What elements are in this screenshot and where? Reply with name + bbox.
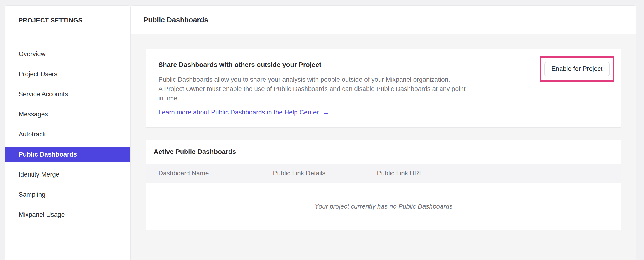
active-card-heading: Active Public Dashboards: [154, 148, 236, 156]
highlight-box: Enable for Project: [540, 56, 614, 82]
main-body: Share Dashboards with others outside you…: [131, 34, 636, 230]
sidebar-item-mixpanel-usage[interactable]: Mixpanel Usage: [5, 207, 130, 222]
page-header: Public Dashboards: [131, 6, 636, 34]
sidebar-nav: Overview Project Users Service Accounts …: [5, 46, 130, 227]
help-center-link[interactable]: Learn more about Public Dashboards in th…: [158, 109, 319, 116]
table-header-row: Dashboard Name Public Link Details Publi…: [146, 164, 621, 183]
sidebar-title: PROJECT SETTINGS: [18, 17, 82, 24]
sidebar-item-autotrack[interactable]: Autotrack: [5, 127, 130, 142]
column-header-public-link-details: Public Link Details: [273, 170, 377, 177]
help-link-row: Learn more about Public Dashboards in th…: [158, 109, 621, 116]
sidebar-item-identity-merge[interactable]: Identity Merge: [5, 167, 130, 182]
page-title: Public Dashboards: [143, 16, 208, 24]
share-card-description-line: A Project Owner must enable the use of P…: [158, 84, 621, 94]
project-settings-sidebar: PROJECT SETTINGS Overview Project Users …: [5, 6, 131, 260]
table-empty-body: Your project currently has no Public Das…: [146, 183, 621, 230]
sidebar-item-messages[interactable]: Messages: [5, 107, 130, 122]
share-card-description-line: in time.: [158, 94, 621, 103]
active-card-heading-row: Active Public Dashboards: [146, 140, 621, 164]
sidebar-item-project-users[interactable]: Project Users: [5, 66, 130, 82]
sidebar-item-public-dashboards[interactable]: Public Dashboards: [5, 147, 130, 162]
column-header-public-link-url: Public Link URL: [377, 170, 621, 177]
column-header-dashboard-name: Dashboard Name: [158, 170, 273, 177]
main-panel: Public Dashboards Share Dashboards with …: [131, 6, 636, 260]
enable-for-project-button[interactable]: Enable for Project: [544, 62, 610, 76]
sidebar-item-sampling[interactable]: Sampling: [5, 187, 130, 202]
share-dashboards-card: Share Dashboards with others outside you…: [146, 49, 621, 127]
arrow-right-icon: →: [322, 109, 329, 116]
active-dashboards-card: Active Public Dashboards Dashboard Name …: [146, 140, 621, 230]
sidebar-item-service-accounts[interactable]: Service Accounts: [5, 86, 130, 102]
sidebar-item-overview[interactable]: Overview: [5, 46, 130, 62]
empty-state-message: Your project currently has no Public Das…: [314, 203, 452, 210]
